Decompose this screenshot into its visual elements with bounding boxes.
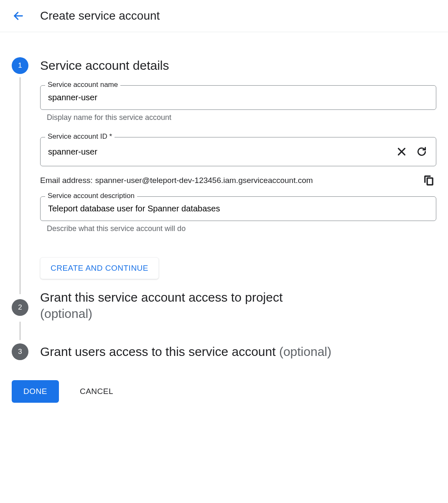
step-3-body: Grant users access to this service accou… — [40, 343, 436, 360]
step-3-number: 3 — [12, 343, 28, 360]
service-account-desc-field: Service account description — [40, 196, 436, 221]
back-arrow-icon[interactable] — [10, 8, 27, 24]
done-button[interactable]: DONE — [12, 380, 59, 403]
step-2[interactable]: 2 Grant this service account access to p… — [12, 299, 436, 322]
step-3-title: Grant users access to this service accou… — [40, 343, 436, 360]
service-account-desc-input[interactable] — [47, 203, 429, 214]
step-3-indicator: 3 — [12, 343, 28, 360]
service-account-name-input[interactable] — [47, 92, 429, 103]
clear-icon[interactable] — [394, 144, 409, 159]
cancel-button[interactable]: CANCEL — [77, 386, 116, 396]
step-2-title: Grant this service account access to pro… — [40, 289, 436, 322]
step-2-title-text: Grant this service account access to pro… — [40, 290, 283, 304]
step-2-indicator: 2 — [12, 299, 28, 316]
step-1-indicator: 1 — [12, 57, 28, 294]
service-account-desc-label: Service account description — [45, 192, 137, 200]
step-1-title: Service account details — [40, 57, 436, 74]
footer-actions: DONE CANCEL — [12, 380, 436, 403]
email-row: Email address: spanner-user@teleport-dev… — [40, 173, 436, 188]
email-label: Email address: — [40, 176, 93, 185]
service-account-id-input[interactable] — [47, 147, 394, 157]
step-3-title-text: Grant users access to this service accou… — [40, 345, 276, 358]
step-1: 1 Service account details Service accoun… — [12, 57, 436, 294]
service-account-name-helper: Display name for this service account — [47, 113, 436, 122]
service-account-id-field: Service account ID * — [40, 137, 436, 166]
step-3-optional: (optional) — [279, 345, 331, 358]
step-1-body: Service account details Service account … — [40, 57, 436, 294]
step-2-optional: (optional) — [40, 307, 92, 320]
step-3[interactable]: 3 Grant users access to this service acc… — [12, 343, 436, 360]
refresh-icon[interactable] — [414, 144, 429, 159]
service-account-id-outline — [40, 137, 436, 166]
page-header: Create service account — [0, 0, 448, 32]
service-account-desc-helper: Describe what this service account will … — [47, 224, 436, 233]
create-and-continue-button[interactable]: CREATE AND CONTINUE — [40, 257, 159, 279]
step-connector-2-3 — [20, 322, 20, 340]
service-account-name-label: Service account name — [45, 81, 120, 89]
service-account-id-label: Service account ID * — [45, 132, 115, 141]
content-area: 1 Service account details Service accoun… — [0, 32, 448, 419]
step-connector-line — [20, 77, 20, 294]
email-value: spanner-user@teleport-dev-123456.iam.gse… — [95, 176, 421, 185]
step-1-number: 1 — [12, 57, 28, 74]
step-2-body: Grant this service account access to pro… — [40, 289, 436, 322]
step-2-number: 2 — [12, 299, 28, 316]
service-account-name-field: Service account name — [40, 85, 436, 110]
copy-icon[interactable] — [421, 173, 436, 188]
page-title: Create service account — [40, 9, 160, 23]
